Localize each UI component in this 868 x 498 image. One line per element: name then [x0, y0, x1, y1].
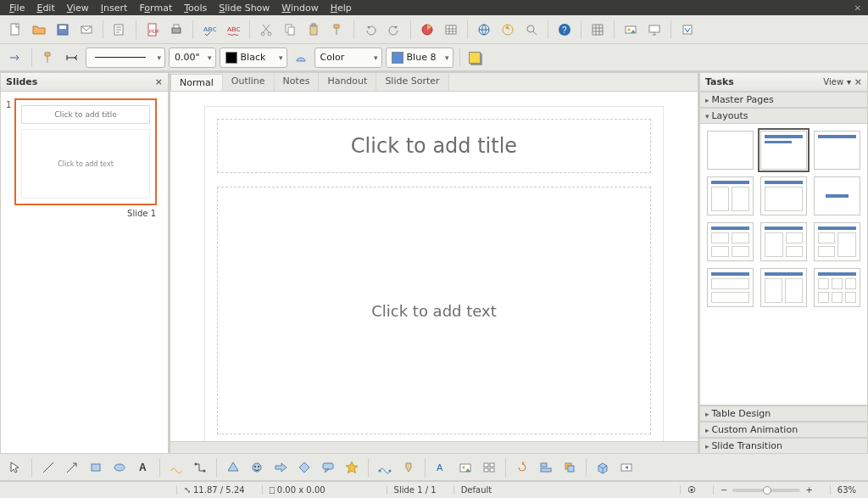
rect-tool[interactable] — [86, 457, 106, 478]
callouts-tool[interactable] — [318, 457, 338, 478]
stars-tool[interactable] — [342, 457, 362, 478]
layout-two-content[interactable] — [707, 176, 754, 215]
layout-blank[interactable] — [707, 131, 754, 170]
layout-content[interactable] — [760, 176, 807, 215]
line-tool[interactable] — [38, 457, 58, 478]
section-custom-animation[interactable]: Custom Animation — [699, 422, 868, 438]
arrange-tool[interactable] — [559, 457, 580, 478]
zoom-slider-seg[interactable]: − + — [713, 485, 820, 495]
tasks-view-arrow-icon[interactable]: ▾ — [847, 77, 851, 87]
fill-color-drop[interactable]: Blue 8 — [386, 48, 453, 68]
layout-2-1[interactable] — [814, 222, 860, 261]
slides-thumb-list[interactable]: 1 Click to add title Click to add text S… — [0, 92, 169, 454]
mail-button[interactable] — [76, 20, 97, 40]
grid-button[interactable] — [587, 20, 608, 40]
text-tool[interactable]: A — [133, 457, 153, 478]
layout-title-only[interactable] — [814, 131, 860, 170]
copy-button[interactable] — [280, 20, 300, 40]
export-pdf-button[interactable]: PDF — [142, 20, 163, 40]
layout-centered[interactable] — [814, 176, 860, 215]
section-layouts[interactable]: Layouts — [699, 108, 868, 124]
tab-slidesorter[interactable]: Slide Sorter — [376, 73, 448, 91]
new-doc-button[interactable] — [5, 20, 25, 40]
ellipse-tool[interactable] — [109, 457, 130, 478]
tasks-view-link[interactable]: View — [823, 77, 843, 87]
shadow-button[interactable] — [466, 48, 487, 68]
rotate-tool[interactable] — [512, 457, 532, 478]
menu-help[interactable]: Help — [325, 2, 358, 14]
slides-panel-close-icon[interactable]: × — [155, 76, 163, 87]
fontwork-button[interactable] — [677, 20, 698, 40]
spellcheck-button[interactable]: ABC — [199, 20, 220, 40]
block-arrows-tool[interactable] — [270, 457, 291, 478]
clone-format-button[interactable] — [327, 20, 348, 40]
print-button[interactable] — [166, 20, 186, 40]
points-tool[interactable] — [375, 457, 395, 478]
zoom-in-icon[interactable]: + — [805, 485, 812, 495]
window-close-icon[interactable]: ✕ — [851, 3, 865, 13]
save-button[interactable] — [53, 20, 73, 40]
arrow-style-button[interactable] — [5, 48, 25, 68]
connector-tool[interactable] — [190, 457, 210, 478]
layout-four[interactable] — [760, 268, 807, 307]
menu-edit[interactable]: Edit — [31, 2, 60, 14]
paste-button[interactable] — [303, 20, 324, 40]
glue-tool[interactable] — [398, 457, 419, 478]
chart-button[interactable] — [417, 20, 437, 40]
zoom-out-icon[interactable]: − — [721, 485, 727, 495]
fill-type-drop[interactable]: Color — [314, 48, 382, 68]
canvas[interactable]: Click to add title Click to add text — [170, 91, 698, 442]
layout-1-2[interactable] — [760, 222, 807, 261]
zoom-fit-icon[interactable]: ⦿ — [680, 485, 703, 495]
autospell-button[interactable]: ABC — [223, 20, 243, 40]
slide-1[interactable]: Click to add title Click to add text — [205, 107, 663, 442]
interaction-tool[interactable] — [616, 457, 637, 478]
edit-button[interactable] — [109, 20, 130, 40]
help-button[interactable]: ? — [554, 20, 575, 40]
line-style-drop[interactable] — [86, 48, 165, 68]
paint-button[interactable] — [38, 48, 58, 68]
gallery-tool[interactable] — [479, 457, 499, 478]
menu-window[interactable]: Window — [275, 2, 324, 14]
open-button[interactable] — [29, 20, 49, 40]
undo-button[interactable] — [360, 20, 381, 40]
select-tool[interactable] — [5, 457, 25, 478]
arrow-tool[interactable] — [62, 457, 82, 478]
tab-notes[interactable]: Notes — [275, 73, 320, 91]
hyperlink-button[interactable] — [474, 20, 494, 40]
tab-handout[interactable]: Handout — [319, 73, 376, 91]
line-endings-button[interactable] — [62, 48, 82, 68]
menu-view[interactable]: View — [61, 2, 95, 14]
curve-tool[interactable] — [166, 457, 186, 478]
table-button[interactable] — [441, 20, 461, 40]
symbol-shapes-tool[interactable] — [247, 457, 267, 478]
tab-normal[interactable]: Normal — [170, 74, 223, 92]
editor-hscrollbar[interactable] — [170, 442, 698, 454]
zoom-slider[interactable] — [732, 489, 800, 492]
menu-file[interactable]: File — [3, 2, 31, 14]
section-table-design[interactable]: Table Design — [699, 406, 868, 422]
slideshow-button[interactable] — [644, 20, 665, 40]
menu-slideshow[interactable]: Slide Show — [213, 2, 275, 14]
area-button[interactable] — [291, 48, 311, 68]
content-placeholder[interactable]: Click to add text — [217, 187, 651, 434]
extrusion-tool[interactable] — [593, 457, 613, 478]
zoom-button[interactable] — [521, 20, 542, 40]
menu-insert[interactable]: Insert — [95, 2, 134, 14]
flowchart-tool[interactable] — [294, 457, 314, 478]
slide-thumb-1[interactable]: Click to add title Click to add text — [14, 98, 157, 205]
title-placeholder[interactable]: Click to add title — [217, 119, 651, 173]
basic-shapes-tool[interactable] — [223, 457, 243, 478]
line-color-drop[interactable]: Black — [220, 48, 287, 68]
layout-over-under[interactable] — [707, 268, 754, 307]
zoom-value[interactable]: 63% — [830, 485, 863, 495]
from-file-tool[interactable] — [455, 457, 476, 478]
tasks-panel-close-icon[interactable]: × — [854, 76, 862, 87]
layout-title-content[interactable] — [760, 131, 807, 170]
line-width-drop[interactable]: 0.00" — [169, 48, 216, 68]
gallery-button[interactable] — [620, 20, 641, 40]
layout-six[interactable] — [814, 268, 860, 307]
fontwork-tool[interactable]: A — [431, 457, 452, 478]
menu-format[interactable]: Format — [133, 2, 178, 14]
tab-outline[interactable]: Outline — [223, 73, 275, 91]
